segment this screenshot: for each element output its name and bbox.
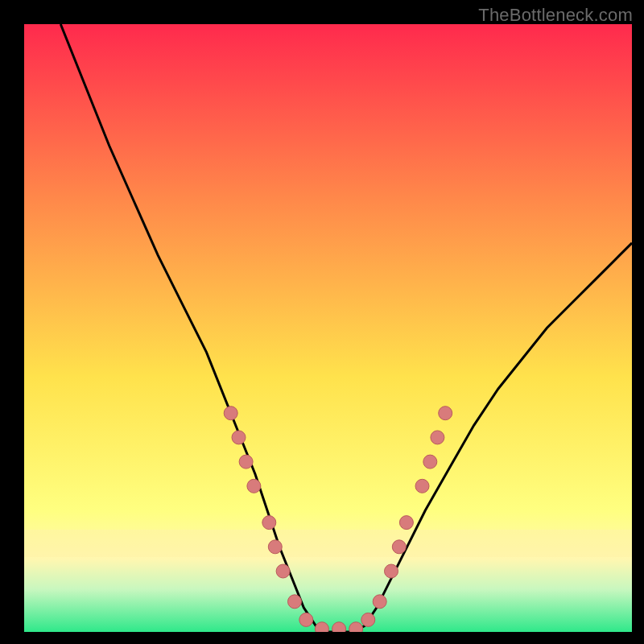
data-dot [431,431,444,444]
chart-frame: TheBottleneck.com [0,0,644,644]
data-dot [224,407,237,420]
data-dot [392,540,406,554]
data-dot [415,479,429,493]
plot-area [24,24,632,632]
data-dot [349,622,363,632]
data-dot [439,407,452,420]
data-dot [361,613,375,626]
data-dot [373,595,386,609]
data-dot [288,595,302,609]
data-dot [299,613,313,626]
data-dot [232,431,246,444]
watermark-text: TheBottleneck.com [478,5,633,26]
data-dot [239,455,253,469]
data-dot [247,479,261,493]
data-dot [385,564,398,578]
data-dot [332,622,346,632]
data-dot [268,540,282,554]
data-dot [399,516,413,530]
data-dot [423,455,437,469]
data-dot [262,516,276,530]
chart-svg [24,24,632,632]
data-dot [315,622,328,632]
data-dot [276,564,290,578]
pale-band [24,530,632,557]
